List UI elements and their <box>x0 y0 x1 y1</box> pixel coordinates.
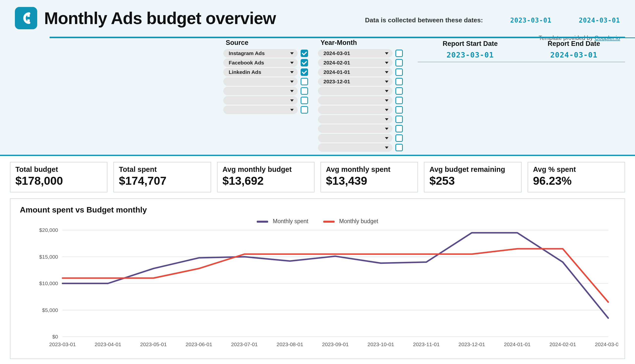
source-dropdown-label: Linkedin Ads <box>229 69 261 75</box>
series-monthly-spent <box>63 233 608 318</box>
yearmonth-dropdown-5[interactable] <box>318 96 392 105</box>
chevron-down-icon <box>290 100 294 102</box>
yearmonth-dropdown-4[interactable] <box>318 87 392 95</box>
chevron-down-icon <box>385 90 388 92</box>
report-start-date: 2023-03-01 <box>443 50 498 59</box>
yearmonth-checkbox-4[interactable] <box>395 87 403 95</box>
kpi-label: Total spent <box>119 166 205 174</box>
x-tick-label: 2023-07-01 <box>231 342 258 347</box>
chevron-down-icon <box>385 80 388 83</box>
chevron-down-icon <box>290 109 294 111</box>
kpi-value: $13,692 <box>223 174 309 188</box>
kpi-label: Avg budget remaining <box>429 166 516 174</box>
x-tick-label: 2024-02-01 <box>549 342 576 347</box>
page-title: Monthly Ads budget overview <box>44 8 276 28</box>
yearmonth-checkbox-3[interactable] <box>395 78 403 85</box>
collection-end-date: 2024-03-01 <box>579 16 620 24</box>
x-tick-label: 2023-06-01 <box>186 342 212 347</box>
yearmonth-checkbox-6[interactable] <box>395 106 403 114</box>
svg-rect-1 <box>27 19 30 22</box>
kpi-card-2: Avg monthly budget $13,692 <box>217 162 315 192</box>
yearmonth-checkbox-9[interactable] <box>395 134 403 142</box>
kpi-card-0: Total budget $178,000 <box>10 162 107 192</box>
source-checkbox-2[interactable] <box>301 68 308 76</box>
yearmonth-dropdown-label: 2024-03-01 <box>323 50 350 56</box>
source-dropdown-1[interactable]: Facebook Ads <box>223 58 298 67</box>
source-dropdown-4[interactable] <box>223 87 298 95</box>
source-dropdown-5[interactable] <box>223 96 298 105</box>
kpi-card-3: Avg monthly spent $13,439 <box>320 162 418 192</box>
yearmonth-dropdown-2[interactable]: 2024-01-01 <box>318 68 392 76</box>
yearmonth-checkbox-2[interactable] <box>395 68 403 76</box>
source-dropdown-3[interactable] <box>223 77 298 86</box>
svg-rect-0 <box>27 15 30 17</box>
yearmonth-dropdown-9[interactable] <box>318 134 392 142</box>
source-checkbox-0[interactable] <box>301 50 308 57</box>
report-start-label: Report Start Date <box>443 40 498 48</box>
yearmonth-dropdown-label: 2024-02-01 <box>323 60 350 66</box>
x-tick-label: 2023-08-01 <box>277 342 303 347</box>
source-checkbox-6[interactable] <box>301 106 308 114</box>
line-chart: $0$5,000$10,000$15,000$20,0002023-03-012… <box>18 228 618 352</box>
kpi-value: $178,000 <box>15 174 102 188</box>
source-checkbox-4[interactable] <box>301 87 308 95</box>
y-tick-label: $10,000 <box>39 280 58 286</box>
source-dropdown-label: Instagram Ads <box>229 50 265 56</box>
chart-title: Amount spent vs Budget monthly <box>20 205 617 214</box>
source-dropdown-6[interactable] <box>223 106 298 114</box>
source-checkbox-5[interactable] <box>301 97 308 104</box>
yearmonth-dropdown-1[interactable]: 2024-02-01 <box>318 58 392 67</box>
chevron-down-icon <box>385 109 388 111</box>
chevron-down-icon <box>385 62 388 64</box>
report-end-label: Report End Date <box>548 40 600 48</box>
x-tick-label: 2024-03-01 <box>595 342 618 347</box>
chevron-down-icon <box>385 71 388 74</box>
yearmonth-dropdown-6[interactable] <box>318 106 392 114</box>
coupler-logo-icon <box>18 10 34 26</box>
yearmonth-checkbox-5[interactable] <box>395 97 403 104</box>
yearmonth-checkbox-8[interactable] <box>395 125 403 132</box>
y-tick-label: $5,000 <box>42 307 58 313</box>
x-tick-label: 2024-01-01 <box>504 342 530 347</box>
coupler-logo <box>15 7 37 29</box>
kpi-label: Avg % spent <box>533 166 620 174</box>
year-month-header: Year-Month <box>318 38 403 48</box>
y-tick-label: $0 <box>52 334 58 340</box>
kpi-card-4: Avg budget remaining $253 <box>424 162 521 192</box>
yearmonth-dropdown-0[interactable]: 2024-03-01 <box>318 49 392 58</box>
chevron-down-icon <box>385 128 388 130</box>
header-area: Monthly Ads budget overview Data is coll… <box>0 0 635 156</box>
source-checkbox-1[interactable] <box>301 59 308 66</box>
yearmonth-dropdown-label: 2023-12-01 <box>323 78 350 84</box>
yearmonth-dropdown-8[interactable] <box>318 124 392 133</box>
chevron-down-icon <box>385 52 388 54</box>
yearmonth-dropdown-3[interactable]: 2023-12-01 <box>318 77 392 86</box>
legend-spent: Monthly spent <box>257 218 308 225</box>
yearmonth-checkbox-0[interactable] <box>395 50 403 57</box>
kpi-card-1: Total spent $174,707 <box>113 162 211 192</box>
chart-card: Amount spent vs Budget monthly Monthly s… <box>10 198 625 359</box>
collection-dates-label: Data is collected between these dates: <box>365 16 483 24</box>
source-checkbox-3[interactable] <box>301 78 308 85</box>
source-dropdown-2[interactable]: Linkedin Ads <box>223 68 298 76</box>
x-tick-label: 2023-05-01 <box>140 342 167 347</box>
yearmonth-checkbox-1[interactable] <box>395 59 403 66</box>
yearmonth-dropdown-10[interactable] <box>318 143 392 152</box>
yearmonth-checkbox-10[interactable] <box>395 144 403 151</box>
chevron-down-icon <box>290 90 294 92</box>
x-tick-label: 2023-04-01 <box>95 342 121 347</box>
kpi-value: $174,707 <box>119 174 205 188</box>
kpi-label: Total budget <box>15 166 102 174</box>
kpi-label: Avg monthly budget <box>223 166 309 174</box>
yearmonth-checkbox-7[interactable] <box>395 116 403 123</box>
x-tick-label: 2023-09-01 <box>322 342 348 347</box>
yearmonth-dropdown-7[interactable] <box>318 115 392 124</box>
source-header: Source <box>223 38 308 48</box>
source-dropdown-0[interactable]: Instagram Ads <box>223 49 298 58</box>
y-tick-label: $20,000 <box>39 228 58 233</box>
chevron-down-icon <box>290 80 294 83</box>
chevron-down-icon <box>290 71 294 74</box>
x-tick-label: 2023-11-01 <box>413 342 439 347</box>
source-filter-column: Source Instagram Ads Facebook Ads Linked… <box>223 38 308 153</box>
kpi-value: $13,439 <box>326 174 412 188</box>
